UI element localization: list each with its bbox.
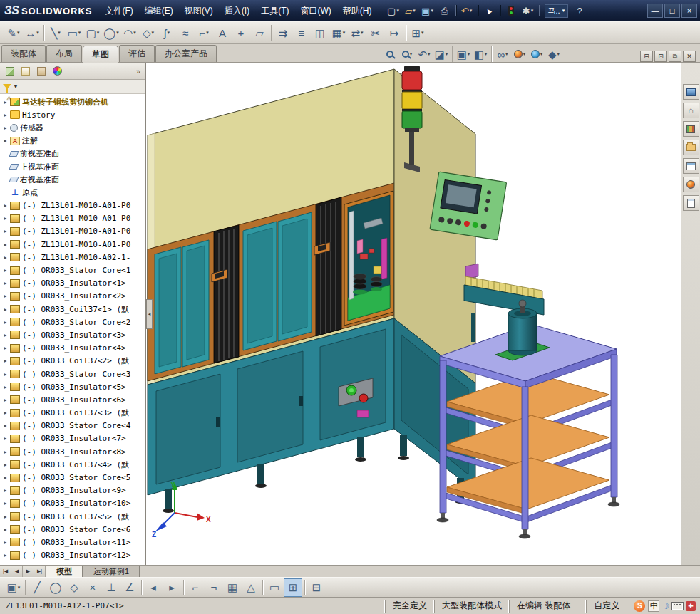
ime-language-icon[interactable]: 中 bbox=[648, 600, 659, 612]
sketch-erase-icon[interactable]: × bbox=[83, 578, 102, 597]
zoom-fit-icon[interactable] bbox=[381, 46, 398, 62]
customize-statusbar[interactable]: 自定义 bbox=[586, 600, 627, 613]
tree-item-label[interactable]: (-) OR033_Insulator<3> bbox=[22, 331, 126, 340]
tree-expand-icon[interactable]: ▸ bbox=[1, 410, 9, 416]
tree-item[interactable]: ▸(-) OR033_Coil37<5> (默 bbox=[0, 510, 145, 523]
tree-item-label[interactable]: (-) OR033_Insulator<1> bbox=[22, 279, 126, 288]
tree-expand-icon[interactable]: ▸ bbox=[1, 462, 9, 468]
panel-splitter-button[interactable]: ◂ bbox=[146, 299, 153, 329]
rectangle-icon[interactable]: ▭▾ bbox=[65, 24, 83, 42]
tree-item-label[interactable]: (-) ZL13L01-M010-A01-P0 bbox=[22, 227, 130, 236]
tree-item-label[interactable]: (-) OR033_Coil37<2> (默 bbox=[22, 355, 129, 366]
rebuild-icon[interactable] bbox=[503, 3, 520, 19]
open-document-icon[interactable]: ▱▾ bbox=[402, 3, 419, 19]
options-icon[interactable]: ✱▾ bbox=[520, 3, 537, 19]
featuremanager-tree-icon[interactable] bbox=[3, 65, 17, 78]
tree-expand-icon[interactable]: ▸ bbox=[1, 202, 9, 209]
tree-item-label[interactable]: (-) ZL13L01-M010-A01-P0 bbox=[22, 214, 130, 223]
tree-expand-icon[interactable]: ▸ bbox=[1, 514, 9, 520]
tree-item-label[interactable]: (-) OR033_Insulator<5> bbox=[22, 383, 126, 392]
tree-item-label[interactable]: 传感器 bbox=[20, 123, 43, 133]
nav-first-button[interactable]: |◀ bbox=[0, 566, 11, 577]
corner-snap-icon[interactable]: ⌐ bbox=[186, 578, 205, 597]
tree-expand-icon[interactable]: ▸ bbox=[1, 267, 9, 274]
view-orientation-icon[interactable]: ▣▾ bbox=[455, 46, 472, 62]
menu-item[interactable]: 视图(V) bbox=[179, 3, 219, 19]
dropdown-arrow-icon[interactable]: ▾ bbox=[133, 30, 136, 36]
tree-item-label[interactable]: History bbox=[22, 110, 55, 120]
dropdown-arrow-icon[interactable]: ▾ bbox=[557, 51, 560, 57]
sketch-line-icon[interactable]: ╱ bbox=[28, 578, 46, 597]
corner-snap2-icon[interactable]: ¬ bbox=[205, 578, 223, 597]
doc-close-icon[interactable]: ✕ bbox=[683, 51, 696, 62]
dropdown-arrow-icon[interactable]: ▾ bbox=[468, 51, 470, 57]
hide-show-items-icon[interactable]: ∞▾ bbox=[494, 46, 511, 62]
tree-item[interactable]: 右视基准面 bbox=[0, 173, 145, 186]
tree-expand-icon[interactable]: ▸ bbox=[1, 371, 9, 378]
tree-item-label[interactable]: (-) OR033_Insulator<4> bbox=[22, 343, 126, 353]
tree-expand-icon[interactable]: ▸ bbox=[1, 345, 9, 351]
sketch-polygon-icon[interactable]: ◇ bbox=[65, 578, 83, 597]
help-button[interactable]: ? bbox=[571, 3, 588, 19]
tree-expand-icon[interactable]: ▸ bbox=[1, 384, 9, 390]
dropdown-arrow-icon[interactable]: ▾ bbox=[18, 585, 21, 590]
command-tab[interactable]: 草图 bbox=[83, 46, 118, 63]
tree-expand-icon[interactable]: ▸ bbox=[1, 397, 9, 403]
maximize-button[interactable]: □ bbox=[664, 4, 680, 18]
tree-expand-icon[interactable]: ▸ bbox=[1, 539, 9, 546]
control-panel[interactable] bbox=[430, 172, 507, 240]
tree-item-label[interactable]: (-) OR033_Insulator<7> bbox=[22, 434, 126, 443]
command-tab[interactable]: 布局 bbox=[46, 45, 82, 62]
dropdown-arrow-icon[interactable]: ▾ bbox=[505, 51, 508, 57]
dropdown-arrow-icon[interactable]: ▾ bbox=[485, 51, 488, 57]
document-tab[interactable]: 模型 bbox=[46, 566, 83, 577]
command-tab[interactable]: 装配体 bbox=[1, 45, 46, 62]
tree-expand-icon[interactable]: ▸ bbox=[1, 125, 9, 131]
filter-funnel-icon[interactable] bbox=[3, 84, 11, 89]
tree-item-label[interactable]: 原点 bbox=[22, 187, 38, 198]
design-library-icon[interactable] bbox=[683, 121, 699, 137]
soft-keyboard-icon[interactable] bbox=[671, 602, 684, 610]
tree-expand-icon[interactable]: ▸ bbox=[1, 332, 9, 338]
save-icon[interactable]: ▣▾ bbox=[419, 3, 436, 19]
tree-item[interactable]: ▸(-) OR033_Stator Core<4 bbox=[0, 420, 145, 432]
linear-pattern-icon[interactable]: ▦▾ bbox=[329, 24, 348, 42]
ellipse-icon[interactable]: ≈ bbox=[176, 24, 195, 42]
tree-item-label[interactable]: (-) OR033_Insulator<11> bbox=[22, 538, 130, 547]
perpendicular-relation-icon[interactable]: ⊥ bbox=[102, 578, 120, 597]
sogou-ime-icon[interactable]: S bbox=[634, 600, 645, 612]
tree-item-label[interactable]: (-) OR033_Coil37<5> (默 bbox=[22, 511, 129, 522]
dropdown-arrow-icon[interactable]: ▾ bbox=[446, 51, 448, 57]
tree-item-label[interactable]: (-) OR033_Coil37<3> (默 bbox=[22, 407, 129, 418]
display-style-icon[interactable]: ◧▾ bbox=[472, 46, 489, 62]
dropdown-arrow-icon[interactable]: ▾ bbox=[206, 30, 209, 36]
nav-prev-button[interactable]: ◀ bbox=[11, 566, 23, 577]
dropdown-arrow-icon[interactable]: ▾ bbox=[413, 8, 416, 14]
tree-item-label[interactable]: (-) OR033_Stator Core<4 bbox=[22, 421, 130, 430]
tree-item[interactable]: ▸⚠马达转子铜线剪切铆合机 bbox=[0, 95, 145, 108]
prev-sketch-icon[interactable]: ◂ bbox=[144, 578, 163, 597]
tree-item[interactable]: ▸(-) OR033_Stator Core<3 bbox=[0, 368, 145, 380]
tree-item[interactable]: ▸(-) ZL13L01-M010-A01-P0 bbox=[0, 225, 145, 238]
menu-item[interactable]: 文件(F) bbox=[100, 3, 139, 19]
dropdown-arrow-icon[interactable]: ▾ bbox=[540, 51, 543, 57]
smart-dimension-icon[interactable]: ↔▾ bbox=[23, 24, 41, 42]
tree-item[interactable]: ⊥原点 bbox=[0, 186, 145, 199]
tree-item[interactable]: ▸(-) OR033_Stator Core<1 bbox=[0, 264, 145, 276]
tree-expand-icon[interactable]: ▸ bbox=[1, 228, 9, 234]
file-explorer-icon[interactable] bbox=[683, 140, 699, 155]
dropdown-arrow-icon[interactable]: ▾ bbox=[523, 51, 526, 57]
tree-item[interactable]: ▸(-) OR033_Insulator<10> bbox=[0, 497, 145, 510]
tree-item[interactable]: ▸(-) OR033_Stator Core<2 bbox=[0, 316, 145, 328]
tree-item-label[interactable]: 注解 bbox=[22, 135, 38, 146]
dropdown-arrow-icon[interactable]: ▾ bbox=[343, 30, 346, 36]
tree-item[interactable]: 前视基准面 bbox=[0, 147, 145, 160]
undo-icon[interactable]: ↶▾ bbox=[458, 3, 475, 19]
tree-expand-icon[interactable]: ▸ bbox=[1, 215, 9, 222]
tree-item-label[interactable]: (-) OR033_Insulator<10> bbox=[22, 499, 130, 508]
extend-entities-icon[interactable]: ↦ bbox=[385, 24, 403, 42]
next-sketch-icon[interactable]: ▸ bbox=[163, 578, 181, 597]
tree-item-label[interactable]: (-) ZL13L01-M010-A01-P0 bbox=[22, 240, 130, 249]
line-icon[interactable]: ╲▾ bbox=[46, 24, 65, 42]
tree-item-label[interactable]: (-) OR033_Stator Core<5 bbox=[22, 473, 130, 482]
